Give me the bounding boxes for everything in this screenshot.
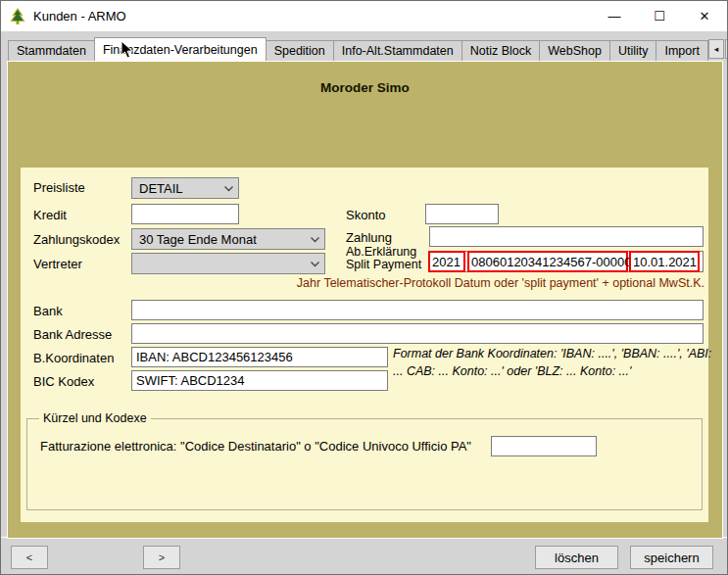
split-payment-hint: Jahr Telematischer-Protokoll Datum oder …	[297, 276, 704, 290]
tab-label: Info-Alt.Stammdaten	[342, 44, 454, 58]
tab-scroll-buttons: ◂ ▸	[707, 39, 728, 59]
previous-record-button[interactable]: <	[11, 546, 48, 569]
window-title: Kunden - ARMO	[33, 9, 126, 24]
tab-label: Notiz Block	[470, 44, 532, 58]
ab-erklaerung-label-line1: Ab.Erklärung	[346, 245, 416, 259]
preisliste-dropdown[interactable]: DETAIL	[131, 177, 239, 199]
ab-erklaerung-label-line2: Split Payment	[346, 258, 421, 271]
footer-bar: < > löschen speichern	[1, 537, 727, 574]
preisliste-value: DETAIL	[139, 181, 183, 196]
tab-finanzdaten-verarbeitungen[interactable]: Finanzdaten-Verarbeitungen	[94, 37, 267, 61]
tab-utility[interactable]: Utility	[609, 40, 657, 61]
skonto-label: Skonto	[346, 208, 385, 222]
window-controls: — ☐ ✕	[592, 1, 727, 31]
tab-label: Import	[664, 44, 699, 58]
tab-info-alt-stammdaten[interactable]: Info-Alt.Stammdaten	[333, 40, 462, 61]
vertreter-label: Vertreter	[33, 257, 82, 271]
bank-adresse-label: Bank Adresse	[33, 327, 112, 342]
save-button[interactable]: speichern	[630, 546, 713, 569]
skonto-input[interactable]	[425, 204, 499, 224]
split-payment-row: 2021 08060120341234567-000001 10.01.2021	[428, 251, 704, 272]
app-tree-icon	[9, 8, 26, 25]
tab-label: Spedition	[274, 44, 325, 58]
vertreter-dropdown[interactable]	[131, 253, 325, 274]
finanzdaten-panel: Moroder Simo Preisliste DETAIL Kredit Za…	[7, 61, 723, 539]
koordinaten-input[interactable]	[131, 347, 388, 367]
zahlungskodex-label: Zahlungskodex	[33, 232, 120, 247]
tab-label: WebShop	[548, 44, 602, 58]
group-legend: Kürzel und Kodexe	[39, 411, 151, 425]
tab-scroll-left-icon[interactable]: ◂	[708, 39, 724, 59]
tab-label: Finanzdaten-Verarbeitungen	[103, 43, 258, 57]
zahlungskodex-value: 30 Tage Ende Monat	[139, 232, 257, 247]
tab-import[interactable]: Import	[655, 40, 707, 61]
zahlung-input[interactable]	[429, 226, 704, 247]
close-button[interactable]: ✕	[682, 1, 727, 31]
koordinaten-label: B.Koordinaten	[33, 351, 114, 365]
tab-spedition[interactable]: Spedition	[266, 40, 334, 61]
minimize-button[interactable]: —	[592, 1, 637, 31]
kredit-label: Kredit	[33, 208, 67, 222]
chevron-down-icon	[310, 236, 320, 243]
split-payment-date-field[interactable]: 10.01.2021	[629, 251, 700, 272]
form-panel: Preisliste DETAIL Kredit Zahlungskodex 3…	[21, 168, 708, 522]
title-bar: Kunden - ARMO — ☐ ✕	[1, 1, 727, 31]
delete-button[interactable]: löschen	[535, 546, 618, 569]
split-payment-protocol-field[interactable]: 08060120341234567-000001	[467, 251, 628, 272]
bic-kodex-label: BIC Kodex	[33, 374, 94, 389]
maximize-button[interactable]: ☐	[637, 1, 682, 31]
chevron-down-icon	[223, 185, 234, 192]
tab-webshop[interactable]: WebShop	[539, 40, 610, 61]
zahlungskodex-dropdown[interactable]: 30 Tage Ende Monat	[131, 228, 325, 250]
preisliste-label: Preisliste	[33, 180, 85, 195]
kuerzel-und-kodexe-group: Kürzel und Kodexe Fatturazione elettroni…	[26, 418, 703, 510]
customer-name-heading: Moroder Simo	[8, 80, 722, 95]
fatturazione-input[interactable]	[491, 436, 597, 456]
tab-strip: Stammdaten Finanzdaten-Verarbeitungen Sp…	[8, 37, 721, 61]
ab-erklaerung-label: Ab.Erklärung Split Payment	[346, 246, 421, 271]
fatturazione-label: Fatturazione elettronica: "Codice Destin…	[40, 439, 471, 454]
tab-stammdaten[interactable]: Stammdaten	[8, 40, 95, 61]
kredit-input[interactable]	[131, 204, 239, 224]
tab-label: Stammdaten	[17, 44, 86, 58]
zahlung-label: Zahlung	[346, 230, 392, 245]
next-record-button[interactable]: >	[143, 546, 180, 569]
bank-adresse-input[interactable]	[131, 323, 704, 344]
bank-format-hint: Format der Bank Koordinaten: 'IBAN: ....…	[393, 345, 719, 380]
app-window: Kunden - ARMO — ☐ ✕ Stammdaten Finanzdat…	[0, 0, 728, 575]
split-payment-year-field[interactable]: 2021	[428, 251, 465, 272]
tab-notiz-block[interactable]: Notiz Block	[461, 40, 541, 61]
bic-kodex-input[interactable]	[131, 370, 388, 391]
tab-label: Utility	[618, 44, 649, 58]
chevron-down-icon	[310, 261, 320, 267]
bank-input[interactable]	[131, 300, 704, 320]
bank-label: Bank	[33, 304, 63, 318]
